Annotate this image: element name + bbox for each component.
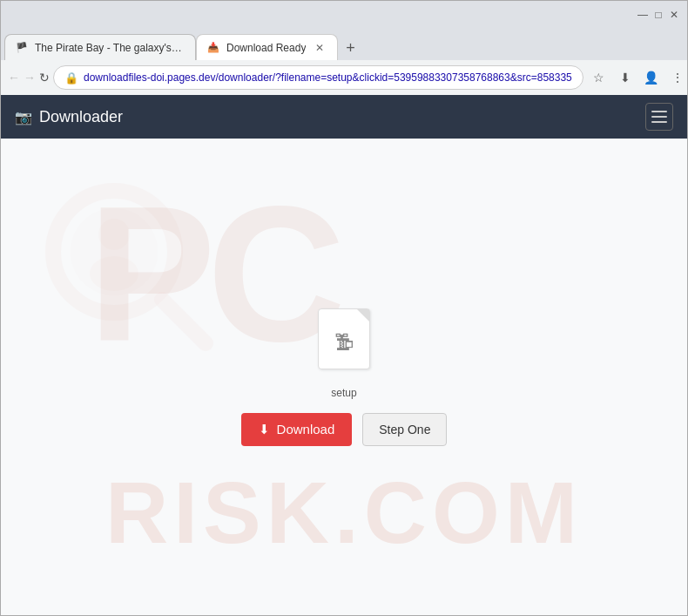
svg-point-0 [53, 191, 175, 313]
minimize-button[interactable]: — [637, 9, 649, 21]
download-indicator-button[interactable]: ⬇ [613, 65, 637, 90]
new-tab-button[interactable]: + [338, 36, 362, 60]
close-button[interactable]: ✕ [668, 9, 680, 21]
tab-title-piratebay: The Pirate Bay - The galaxy's m... [35, 42, 185, 54]
svg-point-1 [71, 208, 158, 295]
download-card: 🗜 setup ⬇ Download Step One [241, 308, 448, 446]
hamburger-menu-button[interactable] [645, 103, 673, 131]
watermark-magnify-icon [44, 182, 219, 356]
hamburger-line-1 [651, 111, 667, 112]
url-text: downloadfiles-doi.pages.dev/downloader/?… [84, 71, 572, 84]
profile-button[interactable]: 👤 [639, 65, 664, 90]
step-one-button[interactable]: Step One [362, 413, 447, 446]
main-content: PC RISK.COM 🗜 setup ⬇ Download Step One [1, 139, 687, 615]
forward-button[interactable]: → [24, 65, 36, 90]
tab-close-button[interactable]: ✕ [313, 41, 327, 55]
hamburger-line-3 [651, 121, 667, 123]
tab-title-download: Download Ready [226, 42, 306, 54]
refresh-button[interactable]: ↻ [39, 65, 50, 90]
zip-icon: 🗜 [334, 332, 354, 355]
svg-point-4 [90, 256, 138, 291]
download-button-icon: ⬇ [259, 422, 270, 437]
btn-row: ⬇ Download Step One [241, 413, 448, 446]
bookmark-button[interactable]: ☆ [587, 65, 611, 90]
address-bar: ← → ↻ 🔒 downloadfiles-doi.pages.dev/down… [1, 60, 687, 95]
site-title: Downloader [39, 108, 123, 126]
address-bar-actions: ☆ ⬇ 👤 ⋮ [587, 65, 688, 90]
file-dog-ear [357, 309, 369, 322]
tab-piratebay[interactable]: 🏴 The Pirate Bay - The galaxy's m... [4, 34, 196, 60]
maximize-button[interactable]: □ [652, 9, 664, 21]
browser-menu-button[interactable]: ⋮ [665, 65, 688, 90]
tab-download-ready[interactable]: 📥 Download Ready ✕ [196, 34, 338, 60]
download-button[interactable]: ⬇ Download [241, 413, 353, 446]
logo-icon: 📷 [15, 109, 32, 125]
hamburger-line-2 [651, 116, 667, 118]
title-bar: — □ ✕ [1, 1, 687, 29]
title-bar-controls: — □ ✕ [637, 9, 680, 21]
site-header: 📷 Downloader [1, 95, 687, 139]
download-button-label: Download [277, 422, 335, 437]
tabs-row: 🏴 The Pirate Bay - The galaxy's m... 📥 D… [1, 29, 687, 60]
file-name-label: setup [331, 387, 356, 399]
svg-line-2 [162, 300, 206, 343]
browser-frame: — □ ✕ 🏴 The Pirate Bay - The galaxy's m.… [0, 0, 688, 616]
back-button[interactable]: ← [8, 65, 20, 90]
watermark-risk-text: RISK.COM [105, 463, 583, 563]
svg-point-3 [98, 219, 130, 250]
tab-favicon-download: 📥 [207, 42, 219, 54]
site-logo: 📷 Downloader [15, 108, 123, 126]
tab-favicon-piratebay: 🏴 [16, 42, 28, 54]
url-bar[interactable]: 🔒 downloadfiles-doi.pages.dev/downloader… [53, 65, 583, 90]
lock-icon: 🔒 [64, 71, 78, 85]
file-icon-container: 🗜 [318, 308, 370, 369]
